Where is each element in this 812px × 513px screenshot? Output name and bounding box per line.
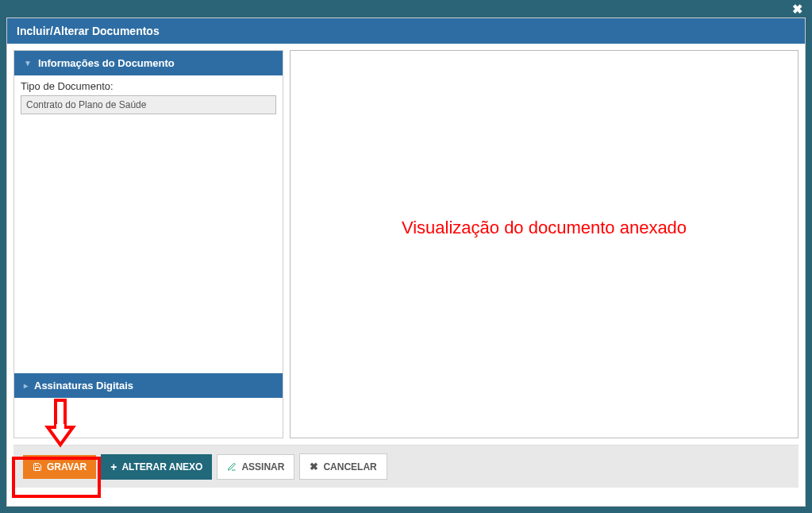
- accordion-title-info: Informações do Documento: [38, 57, 175, 69]
- accordion-header-assinaturas[interactable]: ▸ Assinaturas Digitais: [14, 373, 283, 398]
- x-icon: ✖: [310, 461, 318, 472]
- accordion-header-info[interactable]: ▼ Informações do Documento: [14, 51, 283, 75]
- save-icon: [33, 462, 42, 472]
- close-icon[interactable]: ✖: [792, 2, 802, 17]
- preview-scroll-area[interactable]: Visualização do documento anexado: [291, 51, 798, 438]
- alterar-anexo-label: ALTERAR ANEXO: [121, 461, 202, 472]
- alterar-anexo-button[interactable]: + ALTERAR ANEXO: [101, 454, 212, 480]
- dialog-title: Incluir/Alterar Documentos: [7, 18, 805, 44]
- accordion-title-assinaturas: Assinaturas Digitais: [34, 380, 133, 392]
- cancelar-button[interactable]: ✖ CANCELAR: [299, 453, 387, 480]
- accordion-spacer: [14, 119, 283, 373]
- chevron-right-icon: ▸: [24, 381, 28, 390]
- gravar-button[interactable]: GRAVAR: [23, 455, 96, 479]
- tipo-documento-label: Tipo de Documento:: [21, 80, 276, 92]
- dialog-footer: GRAVAR + ALTERAR ANEXO ASSINAR ✖ CANCELA…: [13, 445, 799, 488]
- left-panel: ▼ Informações do Documento Tipo de Docum…: [13, 50, 283, 438]
- cancelar-label: CANCELAR: [323, 461, 376, 472]
- chevron-down-icon: ▼: [24, 59, 32, 68]
- preview-panel: Visualização do documento anexado: [290, 50, 799, 438]
- pencil-icon: [227, 462, 237, 472]
- dialog-body: ▼ Informações do Documento Tipo de Docum…: [7, 44, 805, 445]
- gravar-label: GRAVAR: [47, 461, 87, 472]
- tipo-documento-input[interactable]: [21, 95, 276, 114]
- plus-icon: +: [110, 461, 117, 473]
- preview-placeholder-text: Visualização do documento anexado: [291, 218, 798, 238]
- dialog-container: Incluir/Alterar Documentos ▼ Informações…: [6, 17, 806, 507]
- assinar-button[interactable]: ASSINAR: [217, 454, 294, 480]
- accordion-content-info: Tipo de Documento:: [14, 75, 283, 119]
- assinar-label: ASSINAR: [241, 461, 284, 472]
- accordion-content-assinaturas: [14, 398, 283, 438]
